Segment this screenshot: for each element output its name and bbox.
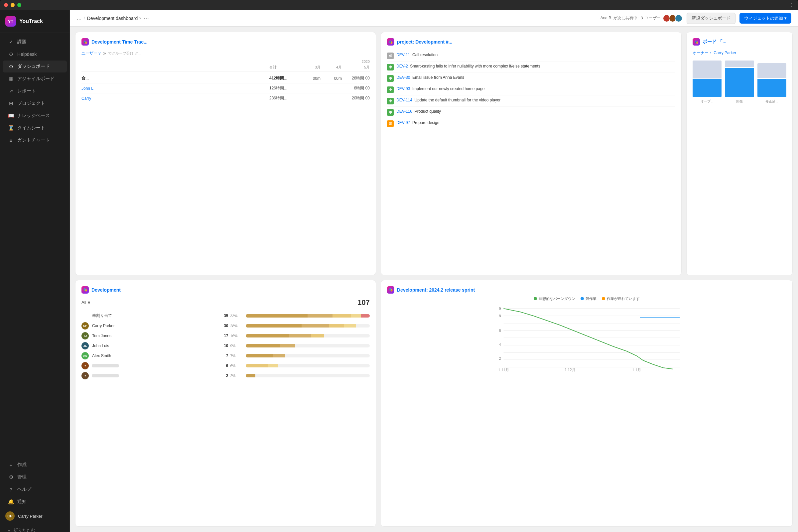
new-dashboard-button[interactable]: 新規ダッシュボード <box>687 13 736 24</box>
row-total: 412時間... <box>269 75 299 81</box>
priority-badge: 中 <box>387 87 394 93</box>
table-row: TJ Tom Jones 17 16% <box>81 331 370 341</box>
bar-seg <box>246 374 256 377</box>
close-button[interactable] <box>4 3 8 7</box>
bar-track <box>246 314 370 318</box>
list-item: 低 DEV-11 Call resolution <box>387 50 675 61</box>
topbar-more-icon[interactable]: ⋯ <box>144 15 149 21</box>
row-total: 286時間... <box>269 95 299 101</box>
projects-icon: ⊞ <box>8 100 14 107</box>
dev-filter-button[interactable]: All ∨ <box>81 300 91 305</box>
svg-text:4: 4 <box>499 342 501 346</box>
dev-rows: 未割り当て 35 33% <box>81 311 370 381</box>
sidebar-item-gantt[interactable]: ≡ ガントチャート <box>3 134 67 146</box>
issue-id[interactable]: DEV-11 <box>396 53 410 57</box>
owner-name[interactable]: Carry Parker <box>714 51 736 55</box>
svg-text:1 1月: 1 1月 <box>632 368 641 372</box>
sidebar-item-timesheet[interactable]: ⌛ タイムシート <box>3 122 67 134</box>
arrow-icon[interactable]: » <box>103 50 106 56</box>
widget-title: project: Development #... <box>397 39 452 44</box>
time-row: Carry 286時間... 20時間 00 <box>81 93 370 103</box>
issue-text: DEV-93 Implement our newly created home … <box>396 86 484 92</box>
bar-track <box>246 364 370 367</box>
sidebar-item-helpdesk[interactable]: ⊙ Helpdesk <box>3 48 67 60</box>
avatar: AS <box>81 352 89 359</box>
topbar-right: Ana B. が次に共有中: ３ ユーザー 新規ダッシュボード ウィジェットの追… <box>601 13 791 24</box>
dev-pct: 7% <box>230 354 244 358</box>
dev-header: All ∨ 107 <box>81 298 370 307</box>
sidebar-item-help[interactable]: ? ヘルプ <box>3 483 67 495</box>
issue-id[interactable]: DEV-114 <box>396 98 412 102</box>
sidebar-item-reports[interactable]: ↗ レポート <box>3 85 67 97</box>
bar-seg <box>344 324 356 327</box>
sidebar-item-notify[interactable]: 🔔 通知 <box>3 496 67 508</box>
board-column: 開発 <box>725 60 754 104</box>
issue-id[interactable]: DEV-97 <box>396 120 410 125</box>
sprint-header: 🎭 Development: 2024.2 release sprint <box>387 286 786 293</box>
dev-name: John Luis <box>92 343 216 348</box>
more-icon[interactable]: ⋮ <box>790 2 794 8</box>
sidebar-item-create[interactable]: + 作成 <box>3 459 67 471</box>
avatar: CP <box>5 511 15 521</box>
bar-seg <box>351 314 361 318</box>
row-label: John L <box>81 86 268 91</box>
widget-header: 🎭 Development Time Trac... <box>81 38 370 45</box>
group-filter[interactable]: でグループ分け グ... <box>108 51 141 56</box>
sidebar-item-label: 管理 <box>17 474 26 480</box>
reports-icon: ↗ <box>8 88 14 94</box>
sidebar-item-label: プロジェクト <box>17 100 45 107</box>
sidebar-item-knowledge[interactable]: 📖 ナレッジベース <box>3 110 67 122</box>
sidebar-item-dashboard[interactable]: ⊙ ダッシュボード <box>3 60 67 73</box>
sidebar-item-agile[interactable]: ▦ アジャイルボード <box>3 73 67 85</box>
sidebar-item-issues[interactable]: ✓ 課題 <box>3 36 67 48</box>
legend-dot <box>602 297 605 300</box>
row-total: 126時間... <box>269 86 299 91</box>
dev-pct: 28% <box>230 324 244 328</box>
col-label: 修正済... <box>765 99 778 104</box>
issue-id[interactable]: DEV-116 <box>396 109 412 114</box>
issue-id[interactable]: DEV-30 <box>396 75 410 80</box>
breadcrumb-dots[interactable]: … <box>76 15 82 21</box>
dev-count: 10 <box>218 343 228 348</box>
issue-text: DEV-11 Call resolution <box>396 52 438 58</box>
collapse-button[interactable]: « 折りたたむ <box>3 524 67 532</box>
avatar: ? <box>81 362 89 369</box>
list-item: 中 DEV-116 Product quality <box>387 107 675 118</box>
user-name: Carry Parker <box>18 514 42 519</box>
widget-title: Development <box>92 287 121 292</box>
sidebar-item-projects[interactable]: ⊞ プロジェクト <box>3 97 67 109</box>
svg-text:1 12月: 1 12月 <box>565 368 575 372</box>
chevron-down-icon: ∨ <box>88 300 91 305</box>
bar-container <box>692 60 722 97</box>
bar-seg <box>361 314 370 318</box>
bar-container <box>757 60 786 97</box>
user-filter-button[interactable]: ユーザー ∨ <box>81 51 101 56</box>
dev-count: 35 <box>218 314 228 318</box>
dashboard-title[interactable]: Development dashboard ∨ <box>87 16 142 21</box>
chevron-down-icon: ▾ <box>784 16 787 21</box>
gear-icon: ⚙ <box>8 474 14 480</box>
minimize-button[interactable] <box>11 3 15 7</box>
issue-id[interactable]: DEV-93 <box>396 87 410 91</box>
sidebar-item-label: タイムシート <box>17 125 45 131</box>
row-m5: 28時間 00 <box>343 75 370 81</box>
topbar: … / Development dashboard ∨ ⋯ Ana B. が次に… <box>70 10 798 26</box>
bar-seg <box>289 334 311 338</box>
sidebar-item-admin[interactable]: ⚙ 管理 <box>3 471 67 483</box>
add-widget-button[interactable]: ウィジェットの追加 ▾ <box>740 13 791 24</box>
sidebar-item-label: Helpdesk <box>17 52 37 57</box>
bar-seg <box>307 314 332 318</box>
user-section[interactable]: CP Carry Parker <box>0 508 70 524</box>
issue-id[interactable]: DEV-2 <box>396 64 408 69</box>
bar-container <box>725 60 754 97</box>
widget-title: Development Time Trac... <box>92 39 148 44</box>
bar-seg <box>246 314 308 318</box>
collapse-icon: « <box>8 528 10 532</box>
dev-total: 107 <box>358 298 370 307</box>
gantt-icon: ≡ <box>8 137 14 143</box>
bar-seg <box>302 324 329 327</box>
maximize-button[interactable] <box>17 3 21 7</box>
board-column: オープ... <box>692 60 722 104</box>
table-row: ? 6 6% <box>81 361 370 371</box>
sidebar-item-label: レポート <box>17 88 36 94</box>
